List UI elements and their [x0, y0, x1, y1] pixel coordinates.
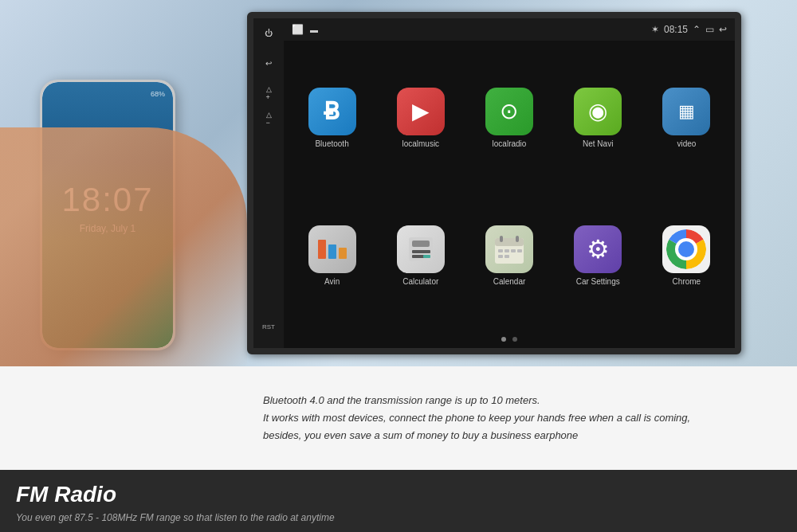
svg-rect-4 — [412, 241, 430, 247]
calendar-label: Calendar — [493, 277, 526, 286]
bluetooth-icon-img: Ƀ — [308, 88, 356, 135]
localmusic-icon-img: ▶ — [397, 88, 445, 135]
dot-indicators — [284, 333, 735, 348]
window-icon: ▭ — [705, 24, 714, 35]
svg-rect-15 — [498, 249, 503, 252]
fm-radio-title: FM Radio — [16, 482, 781, 507]
app-calculator[interactable]: Calculator — [380, 191, 461, 322]
netnavi-label: Net Navi — [583, 139, 613, 148]
svg-rect-2 — [339, 248, 347, 259]
svg-rect-18 — [517, 249, 522, 252]
menu-icon: ▬ — [310, 25, 318, 34]
screen-content: ⬜ ▬ ✶ 08:15 ⌃ ▭ ↩ — [284, 18, 735, 348]
app-bluetooth[interactable]: Ƀ Bluetooth — [292, 53, 372, 183]
svg-rect-12 — [495, 238, 524, 246]
desc-line1: Bluetooth 4.0 and the transmission range… — [263, 394, 540, 406]
car-head-unit: MIC ⏻ ↩ △+ △− RST ⬜ ▬ — [247, 12, 741, 354]
calculator-label: Calculator — [402, 277, 438, 286]
expand-icon: ⌃ — [693, 24, 701, 35]
carsettings-icon-img: ⚙ — [574, 225, 622, 273]
status-time: 08:15 — [664, 24, 688, 35]
app-localmusic[interactable]: ▶ localmusic — [380, 53, 461, 183]
bluetooth-icon: ✶ — [651, 24, 659, 35]
svg-rect-13 — [500, 236, 503, 242]
netnavi-icon-img: ◉ — [574, 88, 622, 135]
svg-rect-14 — [516, 236, 519, 242]
app-netnavi[interactable]: ◉ Net Navi — [558, 53, 638, 183]
svg-rect-16 — [505, 249, 509, 252]
app-localradio[interactable]: ⊙ localradio — [469, 53, 549, 183]
status-bar: ⬜ ▬ ✶ 08:15 ⌃ ▭ ↩ — [284, 18, 735, 41]
vol-down-button[interactable]: △− — [261, 111, 277, 127]
hand-overlay — [0, 127, 247, 366]
svg-rect-19 — [498, 255, 503, 258]
app-grid: Ƀ Bluetooth ▶ localmusic ⊙ — [284, 41, 735, 333]
phone-area: 68% 18:07 Friday, July 1 — [0, 0, 247, 366]
back-button[interactable]: ↩ — [261, 55, 277, 71]
chrome-label: Chrome — [673, 277, 701, 286]
avin-label: Avin — [324, 277, 340, 286]
description-section: Bluetooth 4.0 and the transmission range… — [0, 366, 797, 470]
main-container: 68% 18:07 Friday, July 1 MIC ⏻ ↩ △+ △− R… — [0, 0, 797, 532]
app-chrome[interactable]: Chrome — [646, 191, 727, 322]
back-nav-icon: ↩ — [719, 24, 727, 35]
carsettings-label: Car Settings — [576, 277, 620, 286]
calendar-icon-img — [485, 225, 533, 273]
desc-line3: besides, you even save a sum of money to… — [263, 429, 578, 441]
status-right: ✶ 08:15 ⌃ ▭ ↩ — [651, 24, 727, 35]
app-calendar[interactable]: Calendar — [469, 191, 549, 322]
video-icon-img: ▦ — [662, 88, 710, 135]
dot-1[interactable] — [501, 337, 506, 342]
app-carsettings[interactable]: ⚙ Car Settings — [558, 191, 638, 322]
app-video[interactable]: ▦ video — [646, 53, 727, 183]
power-button[interactable]: ⏻ — [261, 25, 277, 41]
localradio-icon-img: ⊙ — [485, 88, 533, 135]
bluetooth-label: Bluetooth — [315, 139, 348, 148]
svg-point-23 — [678, 241, 694, 257]
left-controls: ⏻ ↩ △+ △− RST — [253, 18, 284, 348]
svg-rect-0 — [318, 240, 326, 259]
svg-rect-20 — [505, 255, 509, 258]
status-left: ⬜ ▬ — [292, 24, 318, 35]
rst-label: RST — [262, 323, 275, 331]
video-label: video — [677, 139, 696, 148]
avin-icon-img — [308, 225, 356, 273]
top-section: 68% 18:07 Friday, July 1 MIC ⏻ ↩ △+ △− R… — [0, 0, 797, 366]
svg-rect-10 — [423, 255, 430, 258]
fm-radio-description: You even get 87.5 - 108MHz FM range so t… — [16, 512, 781, 523]
desc-line2: It works with most devices, connect the … — [263, 412, 690, 424]
svg-rect-1 — [328, 244, 336, 259]
localradio-label: localradio — [493, 139, 527, 148]
vol-up-button[interactable]: △+ — [261, 85, 277, 101]
app-avin[interactable]: Avin — [292, 191, 372, 322]
calculator-icon-img — [397, 225, 445, 273]
svg-rect-17 — [511, 249, 516, 252]
fm-radio-section: FM Radio You even get 87.5 - 108MHz FM r… — [0, 470, 797, 532]
svg-rect-7 — [423, 250, 430, 253]
localmusic-label: localmusic — [402, 139, 439, 148]
dot-2[interactable] — [512, 337, 517, 342]
description-text: Bluetooth 4.0 and the transmission range… — [263, 392, 781, 444]
chrome-icon-img — [662, 225, 710, 273]
phone-battery: 68% — [151, 90, 165, 98]
home-icon: ⬜ — [292, 24, 304, 35]
